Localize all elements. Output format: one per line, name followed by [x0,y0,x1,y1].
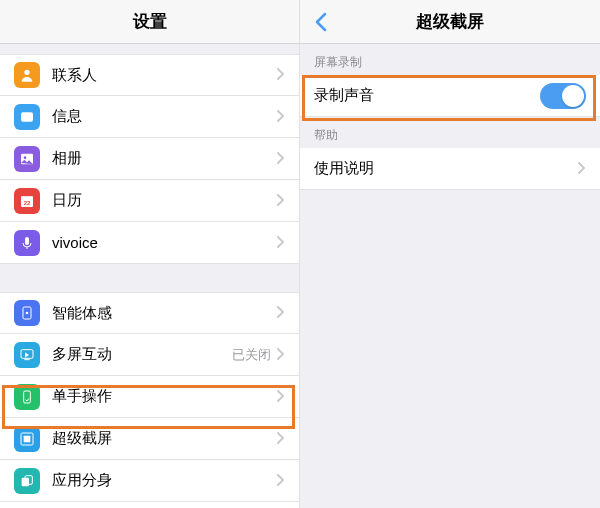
chevron-right-icon [277,193,285,209]
row-label: 多屏互动 [52,345,232,364]
chevron-right-icon [277,109,285,125]
settings-list: 联系人信息相册22日历vivoice 智能体感多屏互动已关闭单手操作超级截屏应用… [0,44,299,508]
detail-list: 屏幕录制 录制声音 帮助 使用说明 [300,44,600,508]
settings-pane: 设置 联系人信息相册22日历vivoice 智能体感多屏互动已关闭单手操作超级截… [0,0,300,508]
super-screenshot-pane: 超级截屏 屏幕录制 录制声音 帮助 使用说明 [300,0,600,508]
row-label: 相册 [52,149,277,168]
app-clone-icon [19,473,35,489]
chevron-right-icon [277,347,285,363]
back-button[interactable] [308,0,334,44]
chevron-left-icon [314,12,328,32]
super-screenshot-icon [14,426,40,452]
settings-row-messages[interactable]: 信息 [0,96,299,138]
row-label: 信息 [52,107,277,126]
onehand-icon [14,384,40,410]
record-audio-label: 录制声音 [314,86,540,105]
settings-row-quick-launch[interactable]: 快捷启动 [0,502,299,508]
onehand-icon [19,389,35,405]
row-label: 日历 [52,191,277,210]
detail-header: 超级截屏 [300,0,600,44]
chevron-right-icon [277,305,285,321]
svg-point-3 [24,156,27,159]
record-audio-toggle[interactable] [540,83,586,109]
settings-header: 设置 [0,0,299,44]
contacts-icon [19,67,35,83]
smart-motion-icon [19,305,35,321]
svg-rect-5 [21,196,33,199]
row-label: 联系人 [52,66,277,85]
chevron-right-icon [277,151,285,167]
row-label: 超级截屏 [52,429,277,448]
row-label: 单手操作 [52,387,277,406]
messages-icon [14,104,40,130]
record-audio-row[interactable]: 录制声音 [300,75,600,117]
chevron-right-icon [277,389,285,405]
smart-motion-icon [14,300,40,326]
settings-row-calendar[interactable]: 22日历 [0,180,299,222]
section-label-recording: 屏幕录制 [300,44,600,75]
page-title: 超级截屏 [416,10,484,33]
calendar-icon: 22 [19,193,35,209]
multiscreen-icon [14,342,40,368]
svg-rect-1 [21,112,33,121]
calendar-icon: 22 [14,188,40,214]
settings-row-app-clone[interactable]: 应用分身 [0,460,299,502]
settings-row-smart-motion[interactable]: 智能体感 [0,292,299,334]
vivoice-icon [19,235,35,251]
page-title: 设置 [133,10,167,33]
multiscreen-icon [19,347,35,363]
section-label-help: 帮助 [300,117,600,148]
row-label: 智能体感 [52,304,277,323]
messages-icon [19,109,35,125]
app-clone-icon [14,468,40,494]
chevron-right-icon [277,235,285,251]
svg-rect-13 [24,435,31,442]
settings-row-contacts[interactable]: 联系人 [0,54,299,96]
help-row[interactable]: 使用说明 [300,148,600,190]
chevron-right-icon [277,431,285,447]
chevron-right-icon [277,67,285,83]
svg-point-0 [24,70,29,75]
settings-row-onehand[interactable]: 单手操作 [0,376,299,418]
settings-row-photos[interactable]: 相册 [0,138,299,180]
row-label: vivoice [52,234,277,251]
super-screenshot-icon [19,431,35,447]
photos-icon [14,146,40,172]
photos-icon [19,151,35,167]
help-label: 使用说明 [314,159,578,178]
vivoice-icon [14,230,40,256]
svg-text:22: 22 [24,200,31,206]
row-value: 已关闭 [232,346,271,364]
row-label: 应用分身 [52,471,277,490]
svg-rect-7 [25,237,29,245]
contacts-icon [14,62,40,88]
settings-row-vivoice[interactable]: vivoice [0,222,299,264]
chevron-right-icon [578,161,586,177]
settings-row-super-screenshot[interactable]: 超级截屏 [0,418,299,460]
svg-point-9 [26,312,29,315]
settings-row-multiscreen[interactable]: 多屏互动已关闭 [0,334,299,376]
chevron-right-icon [277,473,285,489]
